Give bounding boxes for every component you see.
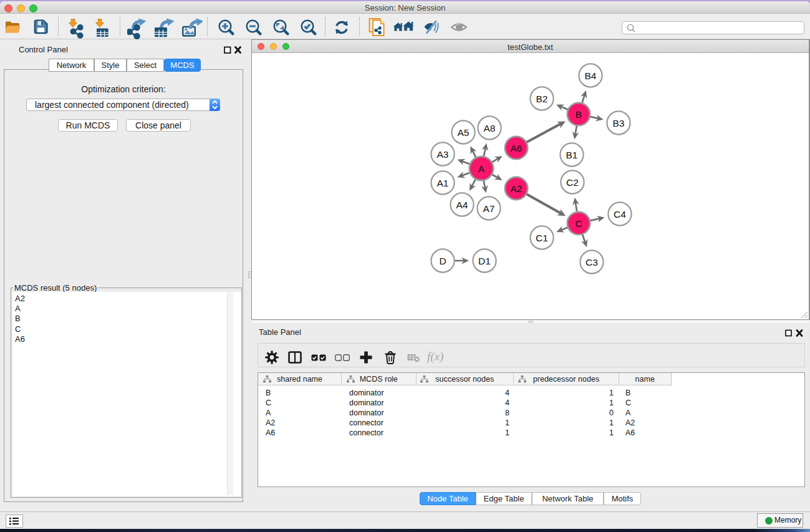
svg-text:C: C [575, 218, 582, 229]
svg-text:B3: B3 [613, 118, 625, 128]
svg-text:B1: B1 [566, 150, 578, 160]
svg-text:D1: D1 [478, 256, 491, 266]
svg-text:C4: C4 [614, 209, 626, 220]
svg-text:D: D [439, 256, 446, 266]
svg-text:B4: B4 [585, 70, 597, 81]
svg-text:A1: A1 [437, 178, 449, 188]
svg-text:A4: A4 [456, 200, 468, 210]
svg-text:A3: A3 [437, 149, 449, 160]
svg-text:C2: C2 [566, 177, 579, 188]
svg-text:A6: A6 [511, 143, 523, 153]
svg-text:B2: B2 [536, 94, 548, 104]
svg-text:C1: C1 [536, 233, 548, 243]
svg-text:A7: A7 [483, 203, 495, 214]
svg-text:A5: A5 [458, 127, 470, 138]
svg-text:A: A [478, 163, 485, 174]
svg-text:B: B [576, 109, 582, 120]
svg-text:A8: A8 [484, 123, 496, 133]
svg-text:C3: C3 [586, 257, 598, 268]
svg-text:A2: A2 [511, 183, 523, 194]
